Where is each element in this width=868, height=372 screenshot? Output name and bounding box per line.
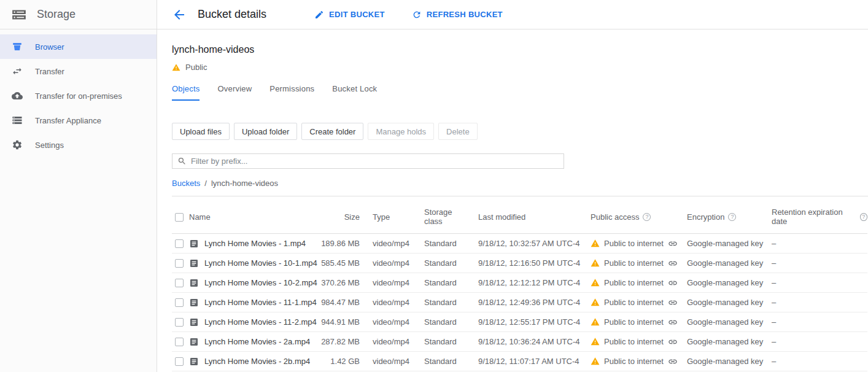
help-icon[interactable]: ?: [860, 213, 867, 221]
delete-button: Delete: [438, 123, 478, 140]
upload-folder-button[interactable]: Upload folder: [234, 123, 297, 140]
public-access-label: Public to internet: [604, 298, 664, 307]
object-name-link[interactable]: Lynch Home Movies - 11-1.mp4: [204, 298, 317, 307]
table-row: Lynch Home Movies - 1.mp4 189.86 MB vide…: [172, 234, 867, 254]
public-access-label: Public to internet: [604, 239, 664, 248]
col-header-public-access: Public access?: [583, 196, 681, 234]
object-type: video/mp4: [360, 293, 413, 312]
file-icon: [189, 298, 199, 308]
link-icon[interactable]: [668, 337, 678, 347]
warning-icon: [591, 357, 600, 366]
public-badge-label: Public: [185, 63, 207, 72]
edit-bucket-button[interactable]: EDIT BUCKET: [314, 10, 385, 20]
table-row: Lynch Home Movies - 11-2.mp4 944.91 MB v…: [172, 312, 867, 332]
breadcrumb: Buckets / lynch-home-videos: [172, 179, 868, 188]
storage-logo-icon: [11, 7, 27, 23]
search-icon: [177, 157, 187, 166]
object-size: 189.86 MB: [318, 234, 360, 254]
warning-icon: [591, 258, 600, 268]
object-name-link[interactable]: Lynch Home Movies - 2b.mp4: [204, 357, 310, 366]
cloud-upload-icon: [12, 90, 23, 101]
object-retention: –: [765, 234, 867, 254]
back-arrow-icon[interactable]: [172, 7, 187, 22]
row-checkbox[interactable]: [175, 338, 184, 346]
public-access-label: Public to internet: [604, 278, 664, 287]
row-checkbox[interactable]: [175, 298, 184, 307]
link-icon[interactable]: [668, 258, 678, 268]
sidebar-item-settings[interactable]: Settings: [0, 133, 157, 157]
file-icon: [189, 278, 199, 288]
help-icon[interactable]: ?: [643, 213, 651, 221]
row-checkbox[interactable]: [175, 318, 184, 327]
file-icon: [189, 239, 199, 249]
help-icon[interactable]: ?: [728, 213, 736, 221]
table-header-row: Name Size Type Storage class Last modifi…: [172, 196, 867, 234]
col-header-retention: Retention expiration date?: [765, 196, 867, 234]
tab-objects[interactable]: Objects: [172, 84, 200, 101]
sidebar-item-transfer-on-premises[interactable]: Transfer for on-premises: [0, 83, 157, 108]
upload-files-button[interactable]: Upload files: [172, 123, 230, 140]
sidebar-item-transfer[interactable]: Transfer: [0, 59, 157, 83]
object-name-link[interactable]: Lynch Home Movies - 2a.mp4: [204, 337, 310, 346]
link-icon[interactable]: [668, 298, 678, 308]
sidebar: Storage Browser Transfer Transfer for on…: [0, 0, 157, 372]
table-row: Lynch Home Movies - 10-1.mp4 585.45 MB v…: [172, 254, 867, 273]
link-icon[interactable]: [668, 357, 678, 366]
tab-bucket-lock[interactable]: Bucket Lock: [332, 84, 377, 101]
tab-overview[interactable]: Overview: [217, 84, 252, 101]
object-retention: –: [765, 352, 867, 371]
link-icon[interactable]: [668, 317, 678, 327]
object-last-modified: 9/18/12, 12:12:12 PM UTC-4: [467, 273, 583, 293]
refresh-bucket-button[interactable]: REFRESH BUCKET: [412, 10, 503, 20]
link-icon[interactable]: [668, 239, 678, 249]
public-access-label: Public to internet: [604, 258, 664, 268]
object-last-modified: 9/18/12, 12:49:36 PM UTC-4: [467, 293, 583, 312]
warning-icon: [591, 278, 600, 287]
bucket-icon: [12, 41, 23, 52]
row-checkbox[interactable]: [175, 357, 184, 366]
file-icon: [189, 357, 199, 366]
breadcrumb-buckets-link[interactable]: Buckets: [172, 179, 200, 188]
object-type: video/mp4: [360, 234, 413, 254]
bucket-name: lynch-home-videos: [172, 44, 868, 55]
object-last-modified: 9/18/12, 10:32:57 AM UTC-4: [467, 234, 583, 254]
object-storage-class: Standard: [413, 293, 467, 312]
warning-icon: [591, 239, 600, 248]
object-last-modified: 9/18/12, 11:07:17 AM UTC-4: [467, 352, 583, 371]
file-icon: [189, 337, 199, 347]
public-access-label: Public to internet: [604, 337, 664, 346]
create-folder-button[interactable]: Create folder: [301, 123, 363, 140]
object-table-body: Lynch Home Movies - 1.mp4 189.86 MB vide…: [172, 234, 867, 372]
row-checkbox[interactable]: [175, 239, 184, 248]
refresh-bucket-label: REFRESH BUCKET: [427, 10, 503, 19]
sidebar-header: Storage: [0, 0, 157, 29]
object-size: 370.26 MB: [318, 273, 360, 293]
filter-prefix-input[interactable]: [191, 157, 559, 166]
col-header-storage-class: Storage class: [413, 196, 467, 234]
link-icon[interactable]: [668, 278, 678, 288]
object-type: video/mp4: [360, 352, 413, 371]
sidebar-item-transfer-appliance[interactable]: Transfer Appliance: [0, 108, 157, 133]
public-access-label: Public to internet: [604, 317, 664, 327]
tab-permissions[interactable]: Permissions: [269, 84, 314, 101]
object-toolbar: Upload files Upload folder Create folder…: [172, 123, 868, 140]
object-encryption: Google-managed key: [681, 293, 765, 312]
object-encryption: Google-managed key: [681, 332, 765, 352]
sidebar-item-label: Transfer: [35, 67, 64, 76]
page-title: Bucket details: [198, 8, 266, 21]
object-name-link[interactable]: Lynch Home Movies - 10-2.mp4: [204, 278, 317, 287]
col-header-encryption: Encryption?: [681, 196, 765, 234]
select-all-checkbox[interactable]: [175, 213, 184, 222]
sidebar-item-browser[interactable]: Browser: [0, 34, 157, 59]
object-encryption: Google-managed key: [681, 273, 765, 293]
object-retention: –: [765, 254, 867, 273]
object-table: Name Size Type Storage class Last modifi…: [172, 196, 868, 372]
row-checkbox[interactable]: [175, 259, 184, 268]
object-name-link[interactable]: Lynch Home Movies - 1.mp4: [204, 239, 306, 248]
pencil-icon: [314, 10, 324, 20]
object-size: 984.47 MB: [318, 293, 360, 312]
object-name-link[interactable]: Lynch Home Movies - 10-1.mp4: [204, 258, 317, 268]
refresh-icon: [412, 10, 422, 20]
object-name-link[interactable]: Lynch Home Movies - 11-2.mp4: [204, 317, 317, 327]
row-checkbox[interactable]: [175, 279, 184, 287]
